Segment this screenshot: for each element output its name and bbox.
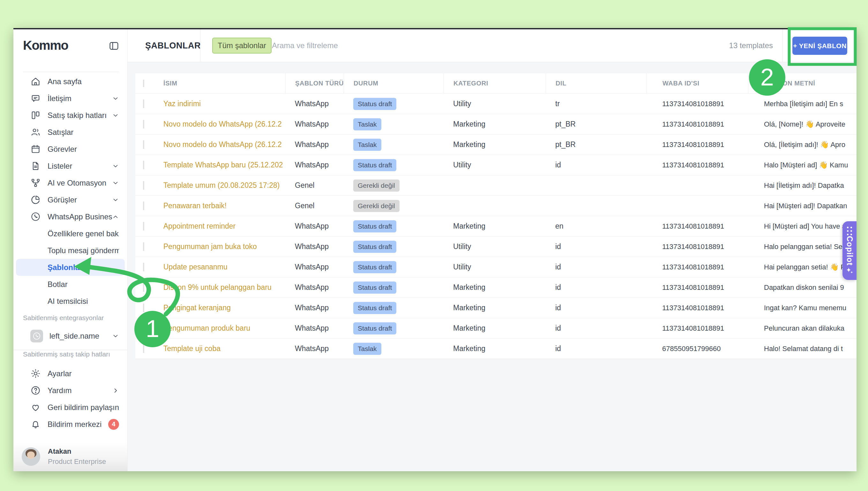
col-header-type[interactable]: ŞABLON TÜRÜ: [285, 73, 344, 93]
waba-id: 1137314081018891: [646, 242, 748, 251]
table-row: Yaz indirimi WhatsApp Status draft Utili…: [135, 94, 857, 114]
template-name-link[interactable]: Pengumuman produk baru: [163, 324, 250, 332]
row-checkbox[interactable]: [143, 283, 144, 292]
row-checkbox[interactable]: [143, 202, 144, 210]
status-badge: Status draft: [353, 302, 396, 314]
sidebar-item-görüşler[interactable]: Görüşler: [13, 191, 127, 208]
sidebar-item-label: Bildirim merkezi: [48, 420, 102, 429]
notification-badge: 4: [108, 419, 119, 430]
template-name-link[interactable]: Template uji coba: [163, 344, 220, 353]
sidebar-item-label: Ayarlar: [48, 369, 72, 378]
col-header-name[interactable]: İSIM: [160, 80, 285, 87]
select-all-checkbox[interactable]: [143, 80, 144, 87]
table-row: Template umum (20.08.2025 17:28) Genel G…: [135, 175, 857, 196]
col-header-template-text[interactable]: ŞABLON METNİ: [748, 73, 857, 93]
sidebar-nav: Ana sayfaİletişimSatış takip hatlarıSatı…: [13, 73, 127, 363]
sidebar-item-left-side-name[interactable]: left_side.name: [13, 326, 127, 346]
template-type: WhatsApp: [285, 99, 344, 108]
template-type: WhatsApp: [285, 324, 344, 333]
sidebar-item-şablonlar[interactable]: Şablonlar: [16, 259, 125, 276]
row-checkbox[interactable]: [143, 242, 144, 251]
pinned-pipelines-label: Sabitlenmiş satış takip hatları: [13, 346, 127, 363]
template-name-link[interactable]: Novo modelo do WhatsApp (26.12.2: [163, 140, 282, 149]
sidebar-item-ana-sayfa[interactable]: Ana sayfa: [13, 73, 127, 90]
template-type: WhatsApp: [285, 263, 344, 271]
user-profile[interactable]: Atakan Product Enterprise: [13, 442, 127, 471]
template-name-link[interactable]: Pengingat keranjang: [163, 304, 231, 312]
all-templates-filter-chip[interactable]: Tüm şablonlar: [212, 38, 272, 54]
sidebar-item-ai-ve-otomasyon[interactable]: AI ve Otomasyon: [13, 174, 127, 191]
row-checkbox[interactable]: [143, 120, 144, 128]
sidebar-item-ai-temsilcisi[interactable]: AI temsilcisi: [13, 293, 127, 310]
drag-dots-icon: [847, 226, 853, 236]
sidebar-item-botlar[interactable]: Botlar: [13, 276, 127, 293]
template-text: Hi [Müşteri ad] You have a: [748, 222, 857, 231]
template-name-link[interactable]: Update pesananmu: [163, 263, 227, 271]
avatar: [22, 447, 40, 466]
sidebar-item-i-letişim[interactable]: İletişim: [13, 90, 127, 107]
search-input[interactable]: Arama ve filtreleme: [272, 41, 338, 50]
template-name-link[interactable]: Penawaran terbaik!: [163, 202, 226, 210]
template-name-link[interactable]: Pengumuman jam buka toko: [163, 242, 257, 251]
template-category: Marketing: [443, 283, 546, 292]
template-text: Halo! Selamat datang di t: [748, 345, 857, 353]
row-checkbox[interactable]: [143, 324, 144, 333]
sidebar-item-yardım[interactable]: Yardım: [13, 382, 127, 399]
sidebar-item-bildirim-merkezi[interactable]: Bildirim merkezi4: [13, 416, 127, 433]
col-header-language[interactable]: DIL: [546, 73, 646, 93]
sidebar-item-toplu-mesaj-gönderme[interactable]: Toplu mesaj gönderme: [13, 242, 127, 259]
count-divider: [783, 29, 783, 62]
users-icon: [30, 127, 41, 137]
row-checkbox[interactable]: [143, 181, 144, 190]
template-name-link[interactable]: Template WhatsApp baru (25.12.202: [163, 161, 283, 169]
template-name-link[interactable]: Diskon 9% untuk pelanggan baru: [163, 283, 272, 291]
template-text: Halo pelanggan setia! Seh: [748, 242, 857, 251]
heart-icon: [30, 402, 41, 412]
template-name-link[interactable]: Novo modelo do WhatsApp (26.12.2: [163, 120, 282, 128]
template-type: Genel: [285, 181, 344, 190]
template-language: id: [546, 344, 646, 353]
integration-label: left_side.name: [50, 331, 99, 341]
header-divider: [200, 29, 200, 62]
col-header-waba-id[interactable]: WABA ID'SI: [646, 73, 748, 93]
sidebar-bottom-group: Ayarlar Yardım Geri bildirim paylaşın Bi…: [13, 365, 127, 433]
template-type: WhatsApp: [285, 344, 344, 353]
template-language: id: [546, 242, 646, 251]
col-header-status[interactable]: DURUM: [344, 73, 443, 93]
chevron-up-icon: [112, 213, 119, 220]
copilot-label: Copilot: [845, 236, 854, 266]
table-row: Novo modelo do WhatsApp (26.12.2 WhatsAp…: [135, 135, 857, 155]
template-text: Olá, [İletişim adı]! 👋 Apro: [748, 141, 857, 149]
sidebar-item-ayarlar[interactable]: Ayarlar: [13, 365, 127, 382]
row-checkbox[interactable]: [143, 263, 144, 271]
sidebar-item-satışlar[interactable]: Satışlar: [13, 124, 127, 141]
sidebar-item-satış-takip-hatları[interactable]: Satış takip hatları: [13, 107, 127, 124]
sidebar-item-whatsapp-business[interactable]: WhatsApp Business: [13, 208, 127, 225]
copilot-tab[interactable]: Copilot: [842, 221, 857, 280]
sidebar-collapse-icon[interactable]: [108, 40, 120, 50]
row-checkbox[interactable]: [143, 304, 144, 312]
template-text: Hai [Müşteri ad]! Dapatkan: [748, 202, 857, 210]
sidebar-item-geri-bildirim-paylaşın[interactable]: Geri bildirim paylaşın: [13, 399, 127, 416]
sidebar-item-listeler[interactable]: Listeler: [13, 157, 127, 174]
row-checkbox[interactable]: [143, 222, 144, 231]
template-language: en: [546, 222, 646, 231]
templates-count: 13 templates: [729, 41, 773, 50]
row-checkbox[interactable]: [143, 344, 144, 353]
row-checkbox[interactable]: [143, 161, 144, 169]
template-name-link[interactable]: Yaz indirimi: [163, 99, 201, 108]
template-name-link[interactable]: Template umum (20.08.2025 17:28): [163, 181, 279, 190]
templates-table: İSIM ŞABLON TÜRÜ DURUM KATEGORI DIL WABA…: [135, 73, 857, 359]
sidebar-item-özelliklere-genel-bakış[interactable]: Özelliklere genel bakış: [13, 225, 127, 242]
template-name-link[interactable]: Appointment reminder: [163, 222, 236, 230]
waba-id: 678550951799660: [646, 345, 748, 353]
col-header-category[interactable]: KATEGORI: [443, 73, 546, 93]
sidebar: Kommo Ana sayfaİletişimSatış takip hatla…: [13, 29, 128, 471]
sidebar-item-label: WhatsApp Business: [48, 212, 112, 221]
row-checkbox[interactable]: [143, 99, 144, 108]
sidebar-divider: [23, 72, 119, 72]
sidebar-item-görevler[interactable]: Görevler: [13, 141, 127, 157]
row-checkbox[interactable]: [143, 140, 144, 149]
new-template-button[interactable]: + YENİ ŞABLON: [792, 37, 847, 55]
template-language: id: [546, 263, 646, 271]
